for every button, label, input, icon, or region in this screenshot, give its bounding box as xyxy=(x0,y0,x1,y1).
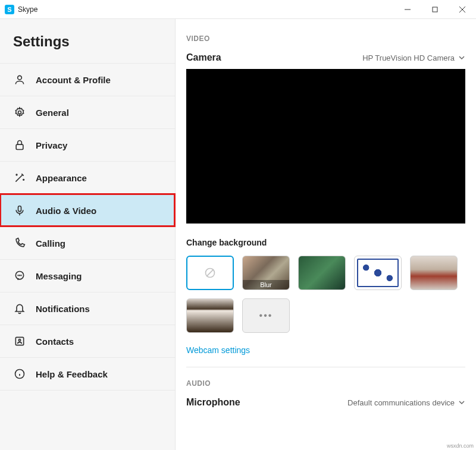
camera-preview xyxy=(186,69,465,224)
sidebar-item-account[interactable]: Account & Profile xyxy=(0,63,175,96)
sidebar-item-label: Appearance xyxy=(36,173,87,183)
bg-option-none[interactable] xyxy=(186,256,234,290)
app-icon: S xyxy=(5,5,14,14)
sidebar-item-label: Contacts xyxy=(36,336,74,347)
bg-option-more[interactable]: ••• xyxy=(242,298,290,333)
video-section-label: VIDEO xyxy=(186,34,465,43)
sidebar-item-label: General xyxy=(36,108,69,118)
svg-rect-1 xyxy=(433,7,437,12)
blur-label: Blur xyxy=(243,280,289,289)
camera-label: Camera xyxy=(186,52,221,63)
gear-icon xyxy=(13,106,26,119)
audio-section-label: AUDIO xyxy=(186,379,465,388)
sidebar-item-messaging[interactable]: Messaging xyxy=(0,259,175,292)
lock-icon xyxy=(13,139,26,152)
sidebar-item-label: Audio & Video xyxy=(36,206,96,216)
camera-dropdown[interactable]: HP TrueVision HD Camera xyxy=(362,54,465,62)
microphone-dropdown[interactable]: Default communications device xyxy=(347,398,465,407)
sidebar-item-label: Account & Profile xyxy=(36,75,111,85)
bg-option-image-1[interactable] xyxy=(298,256,346,290)
maximize-button[interactable] xyxy=(421,0,449,19)
svg-line-21 xyxy=(206,269,214,276)
main-area: Settings Account & Profile General Priva… xyxy=(0,19,476,450)
chat-icon xyxy=(13,269,26,282)
svg-point-5 xyxy=(18,111,21,114)
none-icon xyxy=(204,267,216,279)
info-icon xyxy=(13,367,26,380)
minimize-button[interactable] xyxy=(394,0,421,19)
microphone-device-value: Default communications device xyxy=(347,398,455,407)
microphone-label: Microphone xyxy=(186,397,240,408)
svg-point-13 xyxy=(20,275,20,276)
wand-icon xyxy=(13,171,26,184)
sidebar-item-appearance[interactable]: Appearance xyxy=(0,161,175,194)
microphone-row: Microphone Default communications device xyxy=(186,397,465,408)
close-icon xyxy=(459,7,465,12)
sidebar-item-general[interactable]: General xyxy=(0,96,175,128)
bell-icon xyxy=(13,302,26,315)
sidebar-item-privacy[interactable]: Privacy xyxy=(0,128,175,161)
svg-rect-6 xyxy=(16,144,23,149)
content-panel: VIDEO Camera HP TrueVision HD Camera Cha… xyxy=(176,19,476,450)
svg-point-4 xyxy=(18,75,22,80)
sidebar-item-contacts[interactable]: Contacts xyxy=(0,325,175,357)
camera-device-value: HP TrueVision HD Camera xyxy=(362,54,455,62)
phone-icon xyxy=(13,237,26,250)
contacts-icon xyxy=(13,335,26,348)
close-button[interactable] xyxy=(449,0,476,19)
window-controls xyxy=(394,0,476,19)
svg-rect-9 xyxy=(18,206,21,212)
sidebar-item-label: Help & Feedback xyxy=(36,369,108,379)
change-background-label: Change background xyxy=(186,238,465,247)
background-grid: Blur ••• xyxy=(186,256,465,333)
svg-point-12 xyxy=(18,275,18,276)
sidebar-item-calling[interactable]: Calling xyxy=(0,226,175,259)
sidebar-item-label: Privacy xyxy=(36,140,67,150)
mic-icon xyxy=(13,204,26,217)
divider xyxy=(186,367,465,367)
svg-point-7 xyxy=(16,174,17,175)
app-icon-letter: S xyxy=(7,6,11,13)
svg-point-14 xyxy=(21,275,21,276)
sidebar-item-label: Messaging xyxy=(36,271,82,281)
sidebar: Settings Account & Profile General Priva… xyxy=(0,19,176,450)
chevron-down-icon xyxy=(458,399,465,406)
camera-row: Camera HP TrueVision HD Camera xyxy=(186,52,465,63)
webcam-settings-link[interactable]: Webcam settings xyxy=(186,345,250,355)
sidebar-item-help[interactable]: Help & Feedback xyxy=(0,357,175,391)
svg-point-16 xyxy=(18,339,20,341)
bg-option-blur[interactable]: Blur xyxy=(242,256,290,290)
titlebar: S Skype xyxy=(0,0,476,19)
svg-point-8 xyxy=(23,180,24,181)
person-icon xyxy=(13,73,26,86)
sidebar-item-label: Notifications xyxy=(36,304,90,314)
bg-option-image-3[interactable] xyxy=(410,256,458,290)
sidebar-item-audio-video[interactable]: Audio & Video xyxy=(0,194,175,226)
minimize-icon xyxy=(405,7,411,12)
bg-option-image-4[interactable] xyxy=(186,298,234,333)
watermark: wsxdn.com xyxy=(447,443,474,449)
sidebar-item-label: Calling xyxy=(36,238,65,248)
maximize-icon xyxy=(432,7,438,12)
settings-title: Settings xyxy=(0,27,175,63)
bg-option-image-2[interactable] xyxy=(354,256,402,290)
chevron-down-icon xyxy=(458,54,465,61)
app-title: Skype xyxy=(18,5,37,14)
sidebar-item-notifications[interactable]: Notifications xyxy=(0,292,175,325)
